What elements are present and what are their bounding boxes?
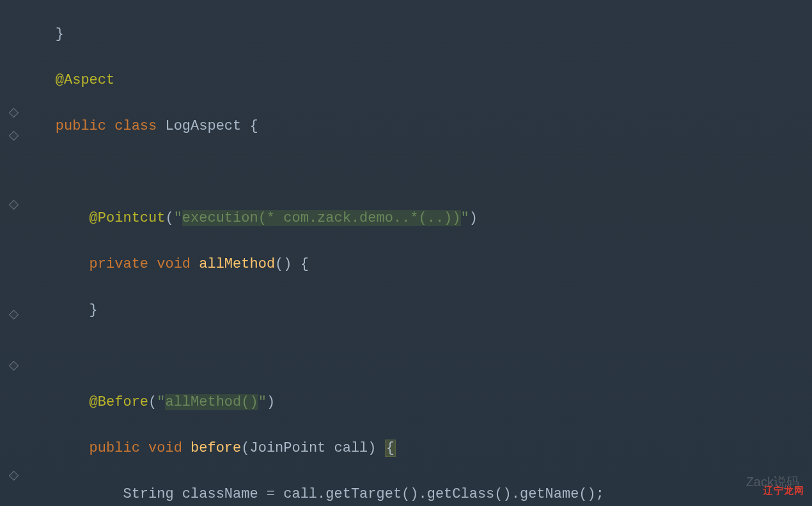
fold-icon[interactable] [9, 361, 19, 371]
params: (JoinPoint call) [241, 440, 384, 456]
string-highlight: execution [182, 210, 258, 226]
punct: ( [165, 210, 173, 226]
code-text: String className = call.getTarget().getC… [22, 486, 604, 502]
fold-icon[interactable] [9, 310, 19, 320]
string: " [157, 394, 165, 410]
keyword: void [157, 256, 191, 272]
watermark-text: 辽宁龙网 [763, 479, 804, 502]
string-highlight: allMethod() [165, 394, 258, 410]
code-area[interactable]: } @Aspect public class LogAspect { @Poin… [19, 0, 812, 506]
keyword: public [22, 118, 106, 134]
string: " [461, 210, 469, 226]
fold-icon[interactable] [9, 471, 19, 481]
punct: () { [275, 256, 309, 272]
brace-match: { [385, 440, 396, 457]
fold-icon[interactable] [9, 108, 19, 118]
string-highlight: (* com.zack.demo..*(..)) [258, 210, 461, 226]
annotation: @Pointcut [22, 210, 165, 226]
keyword: public [22, 440, 140, 456]
fold-icon[interactable] [9, 200, 19, 210]
string: " [174, 210, 182, 226]
code-text: } [22, 302, 98, 318]
method-name: allMethod [199, 256, 275, 272]
keyword: void [148, 440, 182, 456]
code-editor[interactable]: } @Aspect public class LogAspect { @Poin… [0, 0, 812, 506]
keyword: class [114, 118, 157, 134]
class-name: LogAspect { [165, 118, 258, 134]
annotation: @Before [22, 394, 148, 410]
keyword: private [22, 256, 148, 272]
code-text: } [22, 26, 64, 42]
string: " [258, 394, 267, 410]
punct: ) [267, 394, 275, 410]
punct: ) [469, 210, 478, 226]
gutter [0, 0, 19, 506]
punct: ( [148, 394, 157, 410]
annotation: @Aspect [22, 72, 114, 88]
method-name: before [191, 440, 241, 456]
fold-icon[interactable] [9, 131, 19, 141]
